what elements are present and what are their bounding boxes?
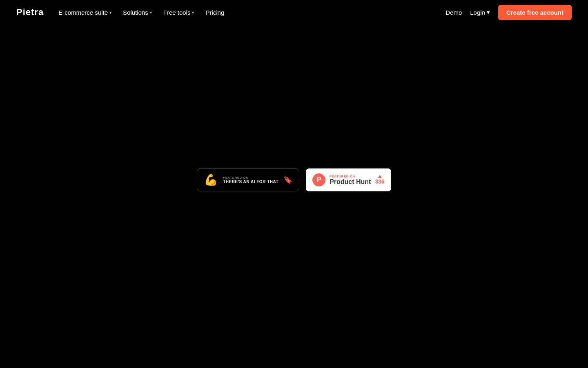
ph-count: 336 — [375, 175, 384, 185]
logo[interactable]: Pietra — [16, 7, 44, 18]
chevron-down-icon: ▾ — [192, 10, 194, 15]
demo-link[interactable]: Demo — [445, 9, 462, 16]
ai-badge-small-text: Featured on — [223, 176, 278, 180]
nav-link-pricing[interactable]: Pricing — [205, 9, 224, 16]
ph-vote-count: 336 — [375, 178, 384, 185]
main-content: 💪 Featured on THERE'S AN AI FOR THAT 🔖 P… — [0, 25, 588, 368]
nav-link-ecommerce[interactable]: E-commerce suite ▾ — [58, 9, 111, 16]
ai-badge-text: Featured on THERE'S AN AI FOR THAT — [223, 176, 278, 184]
bookmark-icon: 🔖 — [283, 175, 292, 184]
create-account-button[interactable]: Create free account — [498, 5, 572, 20]
ai-badge-main-text: THERE'S AN AI FOR THAT — [223, 180, 278, 184]
muscle-icon: 💪 — [204, 174, 218, 186]
ai-for-that-badge[interactable]: 💪 Featured on THERE'S AN AI FOR THAT 🔖 — [197, 168, 299, 191]
ph-main-text: Product Hunt — [330, 178, 371, 186]
nav-links: E-commerce suite ▾ Solutions ▾ Free tool… — [58, 9, 224, 16]
ph-text-group: FEATURED ON Product Hunt — [330, 175, 371, 186]
login-button[interactable]: Login ▾ — [470, 9, 490, 16]
nav-right: Demo Login ▾ Create free account — [445, 5, 572, 20]
navbar: Pietra E-commerce suite ▾ Solutions ▾ Fr… — [0, 0, 588, 25]
product-hunt-logo: P — [312, 173, 325, 186]
chevron-down-icon: ▾ — [109, 10, 111, 15]
upvote-arrow-icon — [378, 175, 382, 178]
chevron-down-icon: ▾ — [150, 10, 152, 15]
product-hunt-badge[interactable]: P FEATURED ON Product Hunt 336 — [306, 168, 391, 191]
nav-link-solutions[interactable]: Solutions ▾ — [123, 9, 152, 16]
badges-row: 💪 Featured on THERE'S AN AI FOR THAT 🔖 P… — [197, 168, 391, 191]
nav-left: Pietra E-commerce suite ▾ Solutions ▾ Fr… — [16, 7, 224, 18]
chevron-down-icon: ▾ — [487, 9, 490, 16]
nav-link-free-tools[interactable]: Free tools ▾ — [163, 9, 194, 16]
ph-small-text: FEATURED ON — [330, 175, 371, 178]
